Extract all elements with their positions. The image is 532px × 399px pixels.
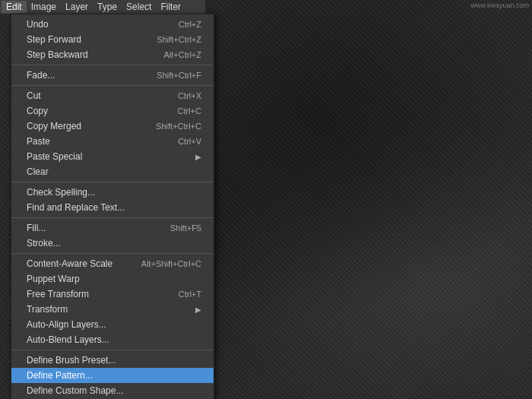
- menu-item-define-pattern[interactable]: Define Pattern...: [11, 368, 214, 383]
- menubar: EditImageLayerTypeSelectFilter: [0, 0, 205, 14]
- menu-separator-sep3: [11, 182, 214, 182]
- menu-item-shortcut-free-transform: Ctrl+T: [179, 290, 201, 299]
- menu-item-label-content-aware-scale: Content-Aware Scale: [27, 258, 126, 269]
- menu-item-paste-special[interactable]: Paste Special▶: [11, 149, 214, 164]
- menu-item-arrow-paste-special: ▶: [195, 153, 201, 161]
- menubar-item-edit[interactable]: Edit: [2, 1, 27, 13]
- menu-separator-sep2: [11, 85, 214, 86]
- menu-item-paste[interactable]: PasteCtrl+V: [11, 134, 214, 149]
- menu-item-shortcut-content-aware-scale: Alt+Shift+Ctrl+C: [141, 259, 201, 268]
- menu-item-label-step-forward: Step Forward: [27, 34, 141, 45]
- menu-item-step-backward[interactable]: Step BackwardAlt+Ctrl+Z: [11, 47, 214, 62]
- menu-item-shortcut-undo: Ctrl+Z: [179, 20, 201, 29]
- menu-item-label-copy: Copy: [27, 106, 163, 116]
- menu-separator-sep4: [11, 217, 214, 218]
- edit-menu-dropdown: UndoCtrl+ZStep ForwardShift+Ctrl+ZStep B…: [11, 14, 214, 399]
- menu-item-undo[interactable]: UndoCtrl+Z: [11, 17, 214, 32]
- menu-item-copy-merged[interactable]: Copy MergedShift+Ctrl+C: [11, 119, 214, 134]
- menu-item-auto-align[interactable]: Auto-Align Layers...: [11, 317, 214, 332]
- menu-item-label-paste-special: Paste Special: [27, 151, 192, 162]
- menu-item-puppet-warp[interactable]: Puppet Warp: [11, 271, 214, 287]
- menu-item-shortcut-step-forward: Shift+Ctrl+Z: [157, 35, 201, 44]
- menu-item-stroke[interactable]: Stroke...: [11, 236, 214, 251]
- menu-item-fade[interactable]: Fade...Shift+Ctrl+F: [11, 68, 214, 83]
- menu-item-content-aware-scale[interactable]: Content-Aware ScaleAlt+Shift+Ctrl+C: [11, 256, 214, 271]
- menubar-item-select[interactable]: Select: [122, 1, 156, 13]
- menu-item-step-forward[interactable]: Step ForwardShift+Ctrl+Z: [11, 32, 214, 47]
- menu-item-label-paste: Paste: [27, 136, 163, 147]
- menu-item-fill[interactable]: Fill...Shift+F5: [11, 220, 214, 236]
- watermark: www.kiesyuan.com: [470, 2, 529, 9]
- menu-item-shortcut-copy: Ctrl+C: [178, 106, 201, 116]
- menu-item-label-puppet-warp: Puppet Warp: [27, 274, 201, 284]
- menu-item-label-auto-blend: Auto-Blend Layers...: [27, 334, 201, 345]
- menubar-item-image[interactable]: Image: [27, 1, 61, 13]
- menu-item-cut[interactable]: CutCtrl+X: [11, 88, 214, 103]
- menu-item-label-fade: Fade...: [27, 70, 141, 81]
- menu-item-label-auto-align: Auto-Align Layers...: [27, 319, 201, 330]
- menu-item-free-transform[interactable]: Free TransformCtrl+T: [11, 287, 214, 302]
- menu-item-label-stroke: Stroke...: [27, 238, 201, 249]
- menu-item-shortcut-paste: Ctrl+V: [178, 137, 201, 146]
- menu-item-check-spelling[interactable]: Check Spelling...: [11, 185, 214, 200]
- menu-item-label-copy-merged: Copy Merged: [27, 121, 141, 131]
- menu-item-label-clear: Clear: [27, 166, 201, 177]
- menu-item-label-cut: Cut: [27, 90, 163, 101]
- menu-item-label-undo: Undo: [27, 19, 163, 30]
- menu-separator-sep1: [11, 65, 214, 65]
- menu-item-shortcut-fill: Shift+F5: [170, 223, 201, 233]
- menu-item-label-define-custom-shape: Define Custom Shape...: [27, 385, 201, 396]
- menu-item-shortcut-fade: Shift+Ctrl+F: [157, 71, 201, 80]
- menu-item-find-replace[interactable]: Find and Replace Text...: [11, 200, 214, 215]
- menu-separator-sep5: [11, 253, 214, 254]
- menu-item-copy[interactable]: CopyCtrl+C: [11, 103, 214, 119]
- menu-item-auto-blend[interactable]: Auto-Blend Layers...: [11, 332, 214, 347]
- menu-item-transform[interactable]: Transform▶: [11, 302, 214, 317]
- menu-item-label-fill: Fill...: [27, 223, 155, 233]
- menu-item-define-custom-shape[interactable]: Define Custom Shape...: [11, 383, 214, 398]
- menu-item-label-define-pattern: Define Pattern...: [27, 370, 201, 381]
- menu-item-label-transform: Transform: [27, 304, 192, 315]
- menu-item-label-define-brush: Define Brush Preset...: [27, 355, 201, 366]
- menubar-item-filter[interactable]: Filter: [156, 1, 185, 13]
- menu-item-arrow-transform: ▶: [195, 306, 201, 314]
- menu-item-shortcut-cut: Ctrl+X: [178, 91, 201, 100]
- menu-item-define-brush[interactable]: Define Brush Preset...: [11, 353, 214, 368]
- menubar-item-type[interactable]: Type: [93, 1, 122, 13]
- menu-item-clear[interactable]: Clear: [11, 164, 214, 179]
- menu-item-label-check-spelling: Check Spelling...: [27, 187, 201, 198]
- menu-item-label-find-replace: Find and Replace Text...: [27, 202, 201, 213]
- menu-item-shortcut-copy-merged: Shift+Ctrl+C: [156, 122, 201, 131]
- menu-item-label-step-backward: Step Backward: [27, 49, 148, 60]
- menu-separator-sep6: [11, 350, 214, 350]
- menubar-item-layer[interactable]: Layer: [61, 1, 93, 13]
- menu-item-shortcut-step-backward: Alt+Ctrl+Z: [163, 50, 201, 59]
- menu-item-label-free-transform: Free Transform: [27, 289, 163, 299]
